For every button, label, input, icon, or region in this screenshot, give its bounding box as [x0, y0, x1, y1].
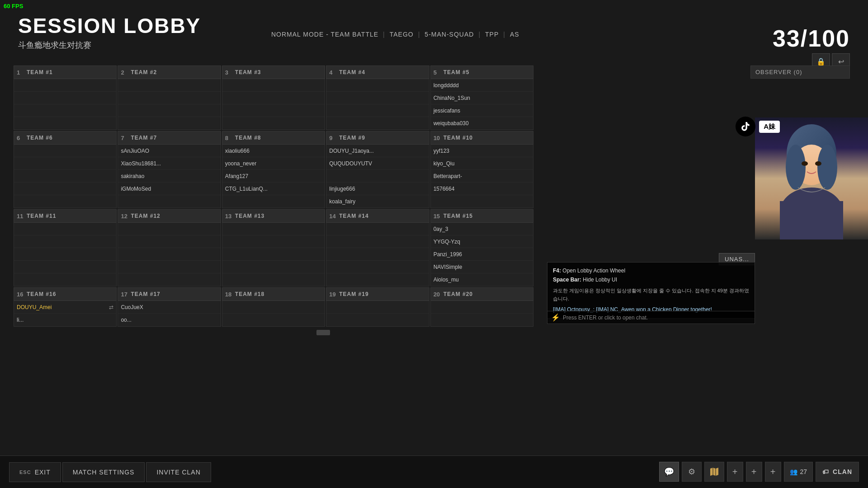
team-col-15: 15 TEAM #15 0ay_3 YYGQ-Yzq Panzi_1996 NA… — [430, 209, 533, 286]
player-slot — [14, 223, 116, 235]
chat-input-bar[interactable]: ⚡ Press ENTER or click to open chat. — [547, 311, 755, 324]
clan-label: CLAN — [833, 468, 852, 475]
player-slot — [326, 301, 429, 314]
map-icon-button[interactable] — [704, 462, 724, 482]
player-slot — [14, 235, 116, 248]
player-slot: 0ay_3 — [431, 223, 533, 235]
team-4-slots — [326, 79, 429, 130]
team-20-label: TEAM #20 — [443, 291, 473, 297]
svg-marker-9 — [710, 468, 718, 476]
player-slot — [326, 273, 429, 286]
team-col-11: 11 TEAM #11 — [14, 209, 117, 286]
team-1-header: 1 TEAM #1 — [14, 66, 117, 79]
team-5-slots: longddddd ChinaNo_1Sun jessicafans weiqu… — [430, 79, 533, 130]
invite-clan-label: INVITE CLAN — [156, 469, 200, 476]
player-slot — [326, 104, 429, 117]
bolt-icon: ⚡ — [551, 313, 560, 322]
team-col-12: 12 TEAM #12 — [118, 209, 221, 286]
player-slot — [326, 235, 429, 248]
player-slot: ChinaNo_1Sun — [431, 92, 533, 104]
team-10-label: TEAM #10 — [443, 135, 473, 141]
player-slot — [326, 92, 429, 104]
team-10-header: 10 TEAM #10 — [430, 131, 533, 145]
team-col-13: 13 TEAM #13 — [222, 209, 325, 286]
team-col-10: 10 TEAM #10 yyf123 kiyo_Qiu Betterapart-… — [430, 131, 533, 208]
chat-icon-button[interactable]: 💬 — [659, 462, 679, 482]
team-16-slots: DOUYU_Amei ⇄ li... — [14, 301, 117, 327]
match-settings-button[interactable]: MATCH SETTINGS — [62, 462, 145, 482]
scroll-handle[interactable] — [316, 330, 330, 335]
add-button-3[interactable]: + — [765, 462, 781, 482]
team-14-num: 14 — [329, 213, 336, 220]
chat-placeholder: Press ENTER or click to open chat. — [563, 314, 648, 321]
player-slot — [14, 273, 116, 286]
player-slot — [14, 157, 116, 170]
player-slot — [326, 223, 429, 235]
team-10-slots: yyf123 kiyo_Qiu Betterapart- 1576664 — [430, 145, 533, 208]
team-2-slots — [118, 79, 221, 130]
player-slot — [14, 104, 116, 117]
team-5-header: 5 TEAM #5 — [430, 66, 533, 79]
player-slot: Aiolos_mu — [431, 273, 533, 286]
player-slot — [222, 314, 325, 326]
team-col-19: 19 TEAM #19 — [326, 287, 429, 327]
team-col-20: 20 TEAM #20 — [430, 287, 533, 327]
invite-clan-button[interactable]: INVITE CLAN — [146, 462, 211, 482]
player-slot — [14, 248, 116, 261]
player-slot: iGMoMoSed — [118, 183, 220, 195]
clan-button[interactable]: 🏷 CLAN — [816, 462, 859, 482]
player-slot — [326, 117, 429, 130]
player-slot: NAVISimple — [431, 261, 533, 273]
match-settings-label: MATCH SETTINGS — [73, 469, 135, 476]
squad-label: 5-MAN-SQUAD — [425, 31, 474, 38]
team-19-label: TEAM #19 — [339, 291, 368, 297]
player-slot — [222, 301, 325, 314]
team-4-label: TEAM #4 — [339, 69, 365, 75]
player-slot — [14, 92, 116, 104]
player-slot-amei: DOUYU_Amei ⇄ — [14, 301, 116, 314]
player-slot — [326, 79, 429, 92]
player-slot: yyf123 — [431, 145, 533, 157]
region-label: AS — [510, 31, 519, 38]
team-col-4: 4 TEAM #4 — [326, 66, 429, 130]
player-slot: DOUYU_J1aoya... — [326, 145, 429, 157]
bottom-right: 💬 ⚙ + + + 👥 27 🏷 CLAN — [659, 462, 859, 482]
team-13-slots — [222, 223, 325, 286]
player-slot — [118, 92, 220, 104]
add-button-2[interactable]: + — [746, 462, 762, 482]
team-3-header: 3 TEAM #3 — [222, 66, 325, 79]
player-slot: XiaoShu18681... — [118, 157, 220, 170]
exit-button[interactable]: ESC EXIT — [9, 462, 61, 482]
team-col-14: 14 TEAM #14 — [326, 209, 429, 286]
chat-panel: F4: Open Lobby Action Wheel Space Bar: H… — [547, 262, 755, 319]
player-slot: li... — [14, 314, 116, 326]
tiktok-icon[interactable] — [736, 117, 755, 136]
player-slot — [222, 223, 325, 235]
player-slot — [118, 104, 220, 117]
svg-point-4 — [817, 145, 837, 190]
player-count-label: 27 — [800, 468, 807, 475]
team-9-header: 9 TEAM #9 — [326, 131, 429, 145]
player-slot — [118, 223, 220, 235]
team-2-header: 2 TEAM #2 — [118, 66, 221, 79]
team-9-num: 9 — [329, 135, 336, 141]
team-6-slots — [14, 145, 117, 208]
kick-icon[interactable]: ⇄ — [109, 304, 113, 310]
team-11-header: 11 TEAM #11 — [14, 209, 117, 223]
team-7-header: 7 TEAM #7 — [118, 131, 221, 145]
team-3-label: TEAM #3 — [235, 69, 261, 75]
team-6-label: TEAM #6 — [27, 135, 53, 141]
player-slot — [326, 261, 429, 273]
settings-icon-button[interactable]: ⚙ — [682, 462, 702, 482]
mode-sep1: | — [383, 31, 385, 38]
player-slot — [222, 195, 325, 208]
team-11-slots — [14, 223, 117, 286]
player-count-button[interactable]: 👥 27 — [784, 462, 813, 482]
player-slot — [14, 195, 116, 208]
team-col-3: 3 TEAM #3 — [222, 66, 325, 130]
add-button-1[interactable]: + — [727, 462, 743, 482]
amei-name: DOUYU_Amei — [17, 304, 52, 310]
team-1-slots — [14, 79, 117, 130]
player-slot — [326, 248, 429, 261]
hotkey-space-key: Space Bar: — [553, 277, 583, 283]
